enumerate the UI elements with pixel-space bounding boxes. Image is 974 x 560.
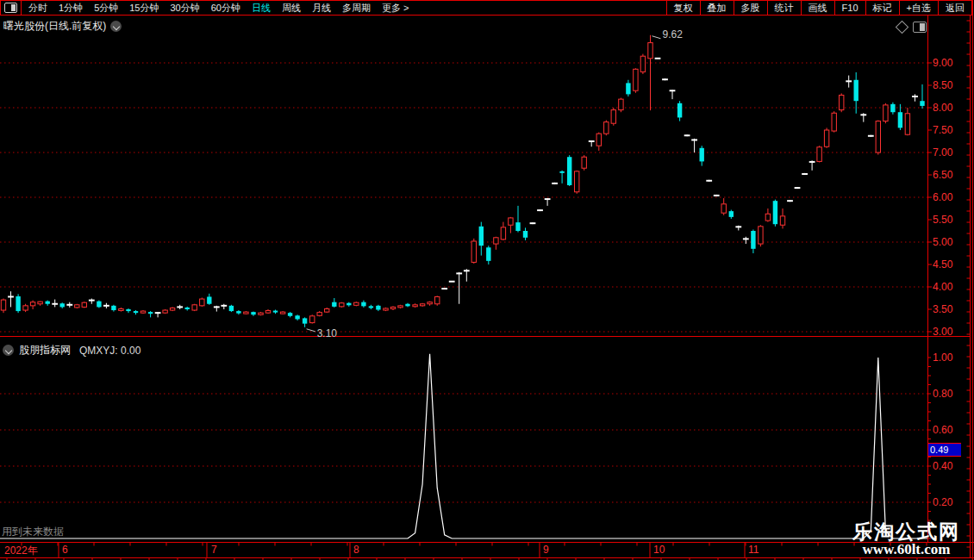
price-tick-label: 3.50	[933, 303, 952, 315]
price-tick-label: 5.00	[933, 236, 952, 248]
window-layout-icon[interactable]	[4, 3, 17, 13]
price-annotation: 3.10	[317, 327, 337, 339]
chart-canvas	[0, 0, 974, 560]
menu-item-period[interactable]: 分时	[28, 2, 47, 15]
period-menu: 分时1分钟5分钟15分钟30分钟60分钟日线周线月线多周期更多 >	[22, 1, 415, 15]
tools-menu: 复权叠加多股统计画线F10标记+自选返回	[666, 1, 971, 15]
watermark: 乐淘公式网 www.60lt.com	[852, 521, 960, 557]
menu-item-tool[interactable]: 叠加	[700, 1, 734, 15]
chevron-down-icon[interactable]	[110, 21, 122, 32]
month-label: 8	[353, 544, 359, 556]
month-label: 9	[543, 544, 549, 556]
month-label: 11	[748, 544, 759, 556]
trading-app-window: 分时1分钟5分钟15分钟30分钟60分钟日线周线月线多周期更多 > 复权叠加多股…	[0, 0, 974, 560]
price-tick-label: 4.00	[933, 281, 952, 293]
menu-item-tool[interactable]: F10	[834, 1, 865, 15]
diamond-icon[interactable]	[896, 21, 909, 34]
month-label: 7	[211, 544, 217, 556]
menu-item-tool[interactable]: 返回	[938, 1, 971, 15]
price-tick-label: 5.50	[933, 214, 952, 226]
watermark-site-name: 乐淘公式网	[852, 521, 960, 542]
price-annotation: 9.62	[662, 28, 682, 40]
menu-item-tool[interactable]: +自选	[899, 1, 938, 15]
menu-item-tool[interactable]: 统计	[767, 1, 801, 15]
menu-item-tool[interactable]: 画线	[801, 1, 834, 15]
sub-panel-header: 股朋指标网 QMXYJ: 0.00	[3, 343, 140, 358]
menu-item-tool[interactable]: 复权	[666, 1, 700, 15]
price-tick-label: 3.00	[933, 326, 952, 338]
indicator-value-marker: 0.49	[928, 443, 961, 457]
chart-titlebar: 曙光股份(日线.前复权)	[3, 19, 122, 34]
menu-item-tool[interactable]: 标记	[865, 1, 899, 15]
menu-item-period[interactable]: 60分钟	[211, 2, 240, 15]
indicator-value-label: QMXYJ: 0.00	[79, 345, 140, 357]
menu-item-period[interactable]: 更多 >	[382, 2, 409, 15]
indicator-source: 股朋指标网	[19, 343, 71, 358]
menu-item-period[interactable]: 周线	[282, 2, 301, 15]
menu-item-period[interactable]: 5分钟	[94, 2, 118, 15]
price-tick-label: 8.50	[933, 79, 952, 91]
menu-item-period[interactable]: 30分钟	[171, 2, 200, 15]
indicator-tick-label: 1.00	[933, 352, 952, 364]
price-tick-label: 9.00	[933, 57, 952, 69]
menu-item-period[interactable]: 月线	[312, 2, 331, 15]
indicator-tick-label: 0.80	[933, 388, 952, 400]
price-tick-label: 6.00	[933, 191, 952, 203]
watermark-url: www.60lt.com	[852, 542, 960, 557]
indicator-tick-label: 0.60	[933, 424, 952, 436]
titlebar-mini-icons	[897, 22, 927, 33]
price-tick-label: 7.00	[933, 146, 952, 159]
price-tick-label: 6.50	[933, 169, 952, 181]
chevron-down-icon[interactable]	[3, 345, 14, 356]
menu-item-period[interactable]: 15分钟	[129, 2, 159, 15]
stock-title: 曙光股份(日线.前复权)	[3, 19, 106, 34]
indicator-tick-label: 0.20	[933, 496, 952, 508]
price-tick-label: 8.00	[933, 102, 952, 114]
panel-layout-icon[interactable]	[913, 22, 927, 33]
menu-item-tool[interactable]: 多股	[734, 1, 767, 15]
menu-item-period[interactable]: 多周期	[342, 2, 371, 15]
price-tick-label: 4.50	[933, 258, 952, 271]
year-label: 2022年	[4, 544, 38, 558]
indicator-tick-label: 0.40	[933, 460, 952, 472]
month-label: 6	[62, 544, 68, 556]
menu-item-period[interactable]: 日线	[252, 2, 271, 15]
top-menubar: 分时1分钟5分钟15分钟30分钟60分钟日线周线月线多周期更多 > 复权叠加多股…	[0, 0, 972, 16]
menu-item-period[interactable]: 1分钟	[59, 2, 83, 15]
future-data-note: 用到未来数据	[2, 525, 64, 539]
price-tick-label: 7.50	[933, 124, 952, 136]
month-label: 10	[653, 544, 665, 556]
